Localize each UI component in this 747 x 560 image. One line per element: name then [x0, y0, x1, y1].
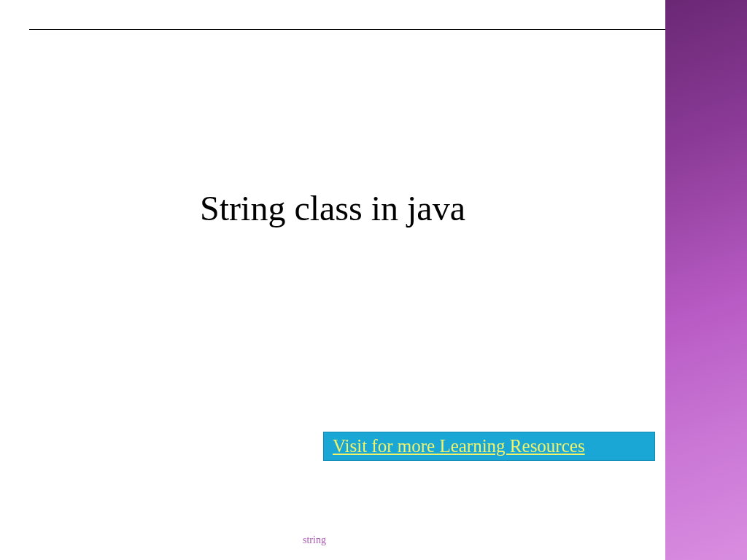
slide-title: String class in java — [0, 188, 665, 228]
header-divider — [29, 29, 692, 30]
learning-resources-link[interactable]: Visit for more Learning Resources — [323, 432, 655, 461]
decorative-side-panel — [665, 0, 747, 560]
link-label: Visit for more Learning Resources — [333, 436, 585, 456]
footer-text: string — [303, 534, 326, 546]
